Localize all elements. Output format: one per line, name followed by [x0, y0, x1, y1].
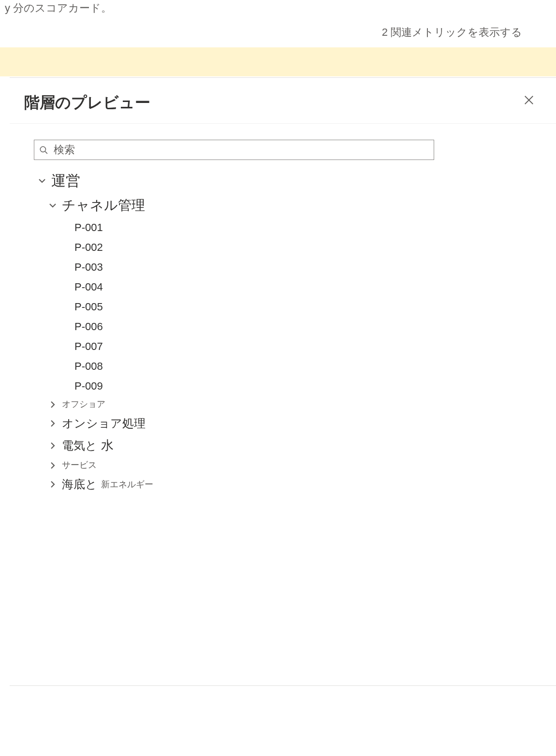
svg-point-2 — [40, 146, 45, 152]
tree-leaf-label: P-006 — [74, 319, 103, 334]
tree-leaf[interactable]: P-007 — [34, 336, 532, 356]
tree-leaf[interactable]: P-002 — [34, 237, 532, 257]
tree-node-label-part2: 水 — [101, 436, 114, 455]
chevron-right-icon — [48, 441, 57, 450]
tree-leaf[interactable]: P-001 — [34, 218, 532, 237]
chevron-right-icon — [48, 461, 57, 470]
chevron-down-icon — [48, 201, 57, 210]
tree-node-onshore[interactable]: オンショア処理 — [34, 413, 532, 434]
tree-node-service[interactable]: サービス — [34, 457, 532, 474]
tree-leaf[interactable]: P-003 — [34, 257, 532, 277]
panel-body: 運営 チャネル管理 P-001 P-002 P-003 P-004 P-005 … — [10, 124, 556, 505]
tree-leaf[interactable]: P-008 — [34, 356, 532, 376]
panel-title: 階層のプレビュー — [24, 92, 537, 114]
chevron-down-icon — [38, 176, 46, 185]
chevron-right-icon — [48, 480, 57, 489]
chevron-right-icon — [48, 419, 57, 428]
tree-node-label: オフショア — [62, 398, 105, 411]
tree-leaf-label: P-007 — [74, 338, 103, 354]
tree-leaf-label: P-004 — [74, 279, 103, 295]
tree-leaf[interactable]: P-009 — [34, 376, 532, 396]
tree-node-label-part1: 電気と — [62, 437, 97, 454]
tree-node-label: 運営 — [51, 170, 80, 191]
tree-node-channel-mgmt[interactable]: チャネル管理 — [34, 193, 532, 218]
tree-leaf[interactable]: P-006 — [34, 317, 532, 336]
hierarchy-preview-panel: 階層のプレビュー 運営 — [10, 77, 556, 686]
related-metrics-link[interactable]: 2 関連メトリックを表示する — [382, 25, 522, 40]
chevron-right-icon — [48, 400, 57, 409]
tree-node-label-part1: 海底と — [62, 476, 97, 493]
tree-node-power-water[interactable]: 電気と 水 — [34, 434, 532, 457]
tree-leaf[interactable]: P-005 — [34, 297, 532, 317]
close-button[interactable] — [522, 93, 536, 107]
close-icon — [524, 95, 534, 105]
search-box[interactable] — [34, 140, 434, 160]
hierarchy-tree: 運営 チャネル管理 P-001 P-002 P-003 P-004 P-005 … — [34, 168, 532, 495]
search-input[interactable] — [54, 144, 429, 156]
tree-node-subsea-newenergy[interactable]: 海底と 新エネルギー — [34, 474, 532, 495]
svg-line-3 — [45, 151, 47, 154]
tree-node-label: オンショア処理 — [62, 415, 146, 432]
tree-leaf-label: P-009 — [74, 378, 103, 394]
tree-leaf[interactable]: P-004 — [34, 277, 532, 297]
tree-leaf-label: P-002 — [74, 239, 103, 255]
tree-leaf-label: P-001 — [74, 219, 103, 235]
tree-node-label: チャネル管理 — [62, 195, 145, 216]
tree-leaf-label: P-005 — [74, 299, 103, 315]
tree-node-offshore[interactable]: オフショア — [34, 396, 532, 413]
tree-node-label: サービス — [62, 459, 97, 472]
notification-bar — [0, 47, 556, 76]
search-icon — [39, 145, 48, 154]
tree-leaf-label: P-003 — [74, 259, 103, 275]
tree-node-root[interactable]: 運営 — [34, 168, 532, 193]
page-header: y 分のスコアカード。 2 関連メトリックを表示する — [0, 0, 556, 47]
panel-header: 階層のプレビュー — [10, 78, 556, 124]
tree-node-label-part2: 新エネルギー — [101, 478, 153, 491]
tree-leaf-label: P-008 — [74, 358, 103, 374]
scorecard-label: y 分のスコアカード。 — [5, 2, 112, 14]
